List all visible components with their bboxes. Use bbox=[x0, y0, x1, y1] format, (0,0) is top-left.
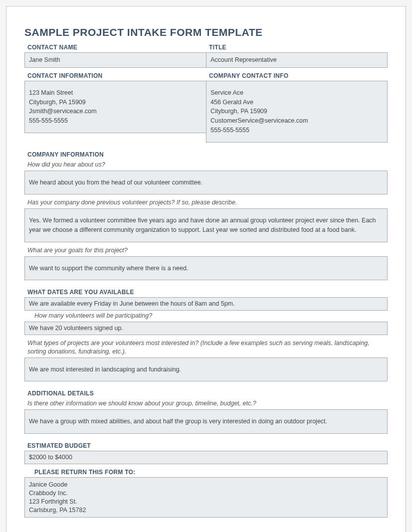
estimated-budget-value: $2000 to $4000 bbox=[24, 451, 388, 464]
return-form-value: Janice Goode Crabbody Inc. 123 Forthrigh… bbox=[24, 477, 388, 518]
return-form-header: PLEASE RETURN THIS FORM TO: bbox=[24, 467, 388, 477]
a-previous-projects: Yes. We formed a volunteer committee fiv… bbox=[24, 208, 388, 242]
contact-info-row: CONTACT INFORMATION 123 Main Street City… bbox=[24, 71, 388, 143]
q-hear-about-us: How did you hear about us? bbox=[24, 160, 388, 171]
contact-name-label: CONTACT NAME bbox=[24, 42, 206, 52]
q-previous-projects: Has your company done previous volunteer… bbox=[24, 197, 388, 208]
q-project-types: What types of projects are your voluntee… bbox=[24, 338, 388, 357]
a-goals: We want to support the community where t… bbox=[24, 256, 388, 281]
dates-available-header: WHAT DATES ARE YOU AVAILABLE bbox=[24, 287, 388, 297]
a-project-types: We are most interested in landscaping an… bbox=[24, 357, 388, 382]
company-information-header: COMPANY INFORMATION bbox=[24, 150, 388, 160]
contact-name-value: Jane Smith bbox=[24, 52, 206, 68]
company-contact-info-label: COMPANY CONTACT INFO bbox=[206, 71, 388, 81]
intake-form-page: SAMPLE PROJECT INTAKE FORM TEMPLATE CONT… bbox=[6, 6, 406, 532]
title-value: Account Representative bbox=[206, 52, 388, 68]
q-volunteer-count: How many volunteers will be participatin… bbox=[24, 311, 388, 322]
document-title: SAMPLE PROJECT INTAKE FORM TEMPLATE bbox=[24, 26, 388, 38]
contact-title-row: CONTACT NAME Jane Smith TITLE Account Re… bbox=[24, 42, 388, 68]
additional-details-header: ADDITIONAL DETAILS bbox=[24, 388, 388, 398]
contact-info-label: CONTACT INFORMATION bbox=[24, 71, 206, 81]
dates-available-value: We are available every Friday in June be… bbox=[24, 297, 388, 311]
title-label: TITLE bbox=[206, 42, 388, 52]
company-contact-info-value: Service Ace 456 Gerald Ave Cityburgh, PA… bbox=[206, 81, 388, 143]
q-goals: What are your goals for this project? bbox=[24, 245, 388, 256]
a-hear-about-us: We heard about you from the head of our … bbox=[24, 171, 388, 195]
a-additional-details: We have a group with mixed abilities, an… bbox=[24, 409, 388, 434]
estimated-budget-header: ESTIMATED BUDGET bbox=[24, 441, 388, 451]
a-volunteer-count: We have 20 volunteers signed up. bbox=[24, 322, 388, 335]
q-additional-details: Is there other information we should kno… bbox=[24, 398, 388, 409]
contact-info-value: 123 Main Street Cityburgh, PA 15909 Jsmi… bbox=[24, 81, 206, 133]
